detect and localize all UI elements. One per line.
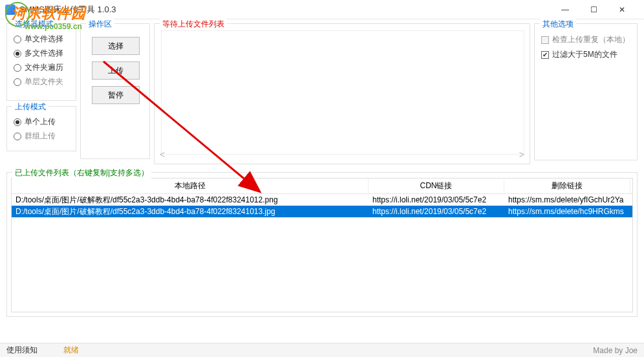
maximize-button[interactable]: ☐	[585, 3, 603, 16]
filter-large-option[interactable]: ✔ 过滤大于5M的文件	[541, 49, 632, 60]
radio-icon	[14, 118, 21, 126]
select-mode-options: 单文件选择多文件选择文件夹遍历单层文件夹	[14, 34, 70, 87]
check-duplicate-option: 检查上传重复（本地）	[541, 34, 632, 45]
close-button[interactable]: ✕	[613, 3, 631, 16]
actions-group: 操作区 选择 上传 暂停	[80, 23, 150, 159]
table-cell: https://sm.ms/delete/hc9HRGkms	[504, 205, 630, 218]
radio-label: 文件夹遍历	[25, 62, 63, 73]
column-path[interactable]: 本地路径	[12, 178, 369, 193]
upload-mode-group: 上传模式 单个上传群组上传	[6, 106, 76, 151]
table-cell: https://sm.ms/delete/yfIGchUr2Ya	[504, 193, 630, 206]
author-label: Made by Joe	[593, 346, 638, 355]
radio-option: 群组上传	[14, 131, 70, 142]
other-options-title: 其他选项	[540, 19, 576, 30]
table-row[interactable]: D:/tools/桌面/图片/破解教程/df55c2a3-3ddb-4bd4-b…	[12, 206, 632, 217]
select-button[interactable]: 选择	[92, 37, 140, 55]
check-duplicate-label: 检查上传重复（本地）	[552, 34, 630, 45]
window-title: SMMS图床上传工具 1.0.3	[19, 4, 556, 16]
radio-icon	[14, 50, 21, 58]
statusbar: 使用须知 就绪 Made by Joe	[0, 343, 644, 357]
table-header: 本地路径 CDN链接 删除链接	[12, 178, 632, 194]
pending-list-box[interactable]	[161, 30, 524, 155]
uploaded-list-group: 已上传文件列表（右键复制|支持多选） 本地路径 CDN链接 删除链接 D:/to…	[6, 172, 638, 317]
pause-button[interactable]: 暂停	[92, 86, 140, 104]
radio-option[interactable]: 文件夹遍历	[14, 62, 70, 73]
table-cell: https://i.loli.net/2019/03/05/5c7e2	[369, 193, 504, 206]
uploaded-table[interactable]: 本地路径 CDN链接 删除链接 D:/tools/桌面/图片/破解教程/df55…	[11, 178, 633, 312]
upload-button[interactable]: 上传	[92, 61, 140, 80]
minimize-button[interactable]: —	[556, 3, 574, 16]
actions-title: 操作区	[86, 19, 114, 30]
checkbox-icon: ✔	[541, 51, 549, 59]
radio-icon	[14, 133, 21, 140]
uploaded-list-title: 已上传文件列表（右键复制|支持多选）	[12, 168, 151, 178]
radio-label: 群组上传	[25, 131, 56, 142]
column-delete[interactable]: 删除链接	[504, 178, 630, 193]
titlebar: SMMS图床上传工具 1.0.3 — ☐ ✕	[0, 0, 644, 19]
help-link[interactable]: 使用须知	[6, 345, 38, 356]
upload-mode-options: 单个上传群组上传	[14, 116, 70, 142]
select-mode-title: 选择器模式	[12, 19, 56, 30]
scroll-right-icon[interactable]: >	[519, 149, 524, 160]
checkbox-icon	[541, 36, 549, 44]
pending-scroll: < >	[160, 149, 524, 160]
pending-list-group: 等待上传文件列表 < >	[154, 23, 530, 164]
radio-label: 单文件选择	[25, 34, 63, 45]
scroll-left-icon[interactable]: <	[160, 149, 165, 160]
radio-icon	[14, 64, 21, 72]
column-cdn[interactable]: CDN链接	[369, 178, 504, 193]
radio-label: 单层文件夹	[25, 76, 63, 87]
table-cell: https://i.loli.net/2019/03/05/5c7e2	[369, 205, 504, 218]
radio-option[interactable]: 多文件选择	[14, 48, 70, 59]
select-mode-group: 选择器模式 单文件选择多文件选择文件夹遍历单层文件夹	[6, 23, 76, 101]
table-cell: D:/tools/桌面/图片/破解教程/df55c2a3-3ddb-4bd4-b…	[12, 204, 369, 219]
status-ready: 就绪	[63, 345, 79, 356]
table-body: D:/tools/桌面/图片/破解教程/df55c2a3-3ddb-4bd4-b…	[12, 194, 632, 217]
window-controls: — ☐ ✕	[556, 3, 639, 16]
other-options-group: 其他选项 检查上传重复（本地） ✔ 过滤大于5M的文件	[534, 23, 638, 160]
radio-option[interactable]: 单个上传	[14, 116, 70, 127]
radio-icon	[14, 36, 21, 43]
radio-option[interactable]: 单文件选择	[14, 34, 70, 45]
app-icon	[5, 5, 16, 15]
pending-list-title: 等待上传文件列表	[160, 19, 227, 30]
upload-mode-title: 上传模式	[12, 102, 48, 113]
radio-label: 单个上传	[25, 116, 56, 127]
radio-icon	[14, 78, 21, 86]
filter-large-label: 过滤大于5M的文件	[552, 49, 617, 60]
radio-option: 单层文件夹	[14, 76, 70, 87]
radio-label: 多文件选择	[25, 48, 63, 59]
